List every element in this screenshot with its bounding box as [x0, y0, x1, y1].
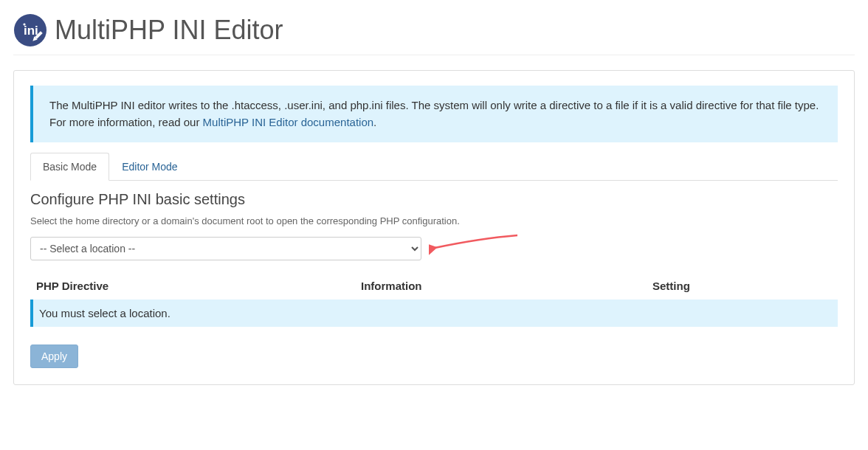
mode-tabs: Basic Mode Editor Mode [30, 153, 838, 181]
alert-text-after: . [373, 116, 376, 128]
documentation-link[interactable]: MultiPHP INI Editor documentation [203, 116, 374, 128]
alert-text-before: The MultiPHP INI editor writes to the .h… [49, 99, 819, 128]
select-location-warning: You must select a location. [30, 300, 838, 327]
main-card: The MultiPHP INI editor writes to the .h… [13, 70, 855, 385]
directives-table-header: PHP Directive Information Setting [30, 274, 838, 300]
th-setting: Setting [652, 280, 832, 292]
apply-button[interactable]: Apply [30, 345, 78, 368]
th-directive: PHP Directive [36, 280, 361, 292]
tab-basic-mode[interactable]: Basic Mode [30, 153, 109, 181]
page-title: MultiPHP INI Editor [55, 15, 283, 46]
tab-basic-mode-label[interactable]: Basic Mode [30, 153, 109, 181]
th-information: Information [361, 280, 652, 292]
help-text: Select the home directory or a domain's … [30, 215, 838, 226]
tab-editor-mode[interactable]: Editor Mode [109, 153, 190, 181]
location-row: -- Select a location -- [30, 237, 838, 260]
section-heading: Configure PHP INI basic settings [30, 191, 838, 208]
ini-editor-icon: ini [13, 13, 47, 47]
pointer-arrow [429, 245, 525, 252]
svg-text:ini: ini [24, 24, 38, 38]
page-header: ini MultiPHP INI Editor [13, 13, 855, 55]
tab-editor-mode-label[interactable]: Editor Mode [109, 153, 190, 181]
info-alert: The MultiPHP INI editor writes to the .h… [30, 86, 838, 142]
location-select[interactable]: -- Select a location -- [30, 237, 421, 260]
